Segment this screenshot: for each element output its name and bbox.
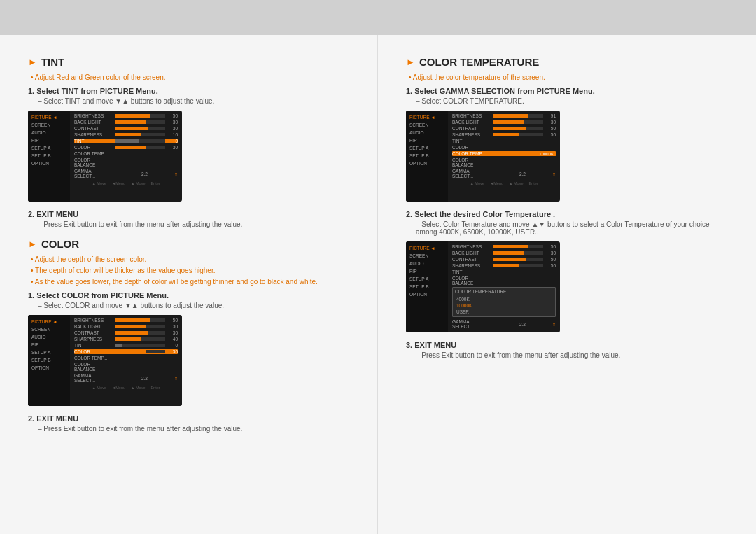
page-left: ► TINT • Adjust Red and Green color of t… xyxy=(0,35,378,534)
tv-footer: ▲ Move ◄Menu ▲ Move Enter xyxy=(74,181,178,185)
tv-sidebar-setupb: SETUP B xyxy=(28,152,70,160)
colortemp-step2-label: 2. Select the desired Color Temperature … xyxy=(406,210,728,218)
color-exit-sub: Press Exit button to exit from the menu … xyxy=(28,425,349,433)
tint-step1-label: 1. Select TINT from PICTURE Menu. xyxy=(28,87,349,95)
tint-section: ► TINT • Adjust Red and Green color of t… xyxy=(28,56,349,228)
tint-title: ► TINT xyxy=(28,56,349,68)
color-tv-menu: PICTURE ◄ SCREEN AUDIO PIP SETUP A SETUP… xyxy=(28,315,182,406)
colortemp-step2-sub: Select Color Temerature and move ▲▼ butt… xyxy=(406,220,728,236)
color-bullet1: • Adjust the depth of the screen color. xyxy=(28,255,349,263)
top-bar xyxy=(0,0,756,35)
colortemp-tv-content1: BRIGHTNESS 91 BACK LIGHT 30 CONTRAST 50 xyxy=(448,111,560,202)
colortemp-title: ► COLOR TEMPERATURE xyxy=(406,56,728,68)
tv-row-sharpness: SHARPNESS 10 xyxy=(74,132,178,137)
tv-row-colortemp: COLOR TEMP... xyxy=(74,151,178,156)
color-bullet2: • The depth of color will be thicker as … xyxy=(28,267,349,274)
colortemp-tv-menu2: PICTURE ◄ SCREEN AUDIO PIP SETUP A SETUP… xyxy=(406,241,560,332)
colortemp-tv-footer1: ▲ Move ◄Menu ▲ Move Enter xyxy=(452,181,556,185)
colortemp-exit-label: 3. EXIT MENU xyxy=(406,341,728,349)
tint-exit-label: 2. EXIT MENU xyxy=(28,210,349,218)
colortemp-dropdown: COLOR TEMPERATURE 4000K 10000K USER xyxy=(452,287,556,317)
tv-sidebar-setupa: SETUP A xyxy=(28,144,70,152)
color-title: ► COLOR xyxy=(28,238,349,250)
tint-tv-content: BRIGHTNESS 50 BACK LIGHT 30 CONTRAST 30 xyxy=(70,111,182,202)
color-tv-sidebar: PICTURE ◄ SCREEN AUDIO PIP SETUP A SETUP… xyxy=(28,315,70,406)
color-exit-label: 2. EXIT MENU xyxy=(28,414,349,423)
color-step1-sub: Select COLOR and move ▼▲ buttons to adju… xyxy=(28,302,349,309)
colortemp-step1-label: 1. Select GAMMA SELECTION from PICTURE M… xyxy=(406,87,728,95)
tv-row-contrast: CONTRAST 30 xyxy=(74,126,178,131)
colortemp-tv-sidebar2: PICTURE ◄ SCREEN AUDIO PIP SETUP A SETUP… xyxy=(406,241,448,332)
color-tv-content: BRIGHTNESS 50 BACK LIGHT 30 CONTRAST 30 xyxy=(70,315,182,406)
tv-row-colorbalance: COLOR BALANCE xyxy=(74,157,178,167)
tv-row-brightness: BRIGHTNESS 50 xyxy=(74,113,178,118)
tv-row-tint-hl: TINT 0 xyxy=(74,139,178,143)
colortemp-tv-footer2: ▲ Move ◄Menu ▲ Move Enter xyxy=(452,332,556,332)
tv-sidebar-screen: SCREEN xyxy=(28,121,70,129)
tint-tv-menu: PICTURE ◄ SCREEN AUDIO PIP SETUP A SETUP… xyxy=(28,111,182,202)
color-tv-footer: ▲ Move ◄Menu ▲ Move Enter xyxy=(74,386,178,390)
color-section: ► COLOR • Adjust the depth of the screen… xyxy=(28,238,349,433)
colortemp-bullet: • Adjust the color temperature of the sc… xyxy=(406,73,728,81)
colortemp-tv-sidebar1: PICTURE ◄ SCREEN AUDIO PIP SETUP A SETUP… xyxy=(406,111,448,202)
tv-sidebar-audio: AUDIO xyxy=(28,129,70,136)
colortemp-step1-sub: Select COLOR TEMPERATURE. xyxy=(406,97,728,105)
tv-sidebar-picture: PICTURE ◄ xyxy=(28,113,70,121)
color-bullet3: • As the value goes lower, the depth of … xyxy=(28,278,349,286)
colortemp-section: ► COLOR TEMPERATURE • Adjust the color t… xyxy=(406,56,728,359)
tv-row-color: COLOR 30 xyxy=(74,145,178,150)
tv-row-backlight: BACK LIGHT 30 xyxy=(74,120,178,125)
colortemp-arrow-icon: ► xyxy=(406,57,415,67)
tv-sidebar-picture2: PICTURE ◄ xyxy=(28,318,70,325)
tint-exit-sub: Press Exit button to exit from the menu … xyxy=(28,220,349,228)
colortemp-tv-content2: BRIGHTNESS 50 BACK LIGHT 30 CONTRAST 50 xyxy=(448,241,560,332)
tint-arrow-icon: ► xyxy=(28,57,37,67)
colortemp-tv-menu1: PICTURE ◄ SCREEN AUDIO PIP SETUP A SETUP… xyxy=(406,111,560,202)
page-right: ► COLOR TEMPERATURE • Adjust the color t… xyxy=(378,35,756,534)
tint-bullet: • Adjust Red and Green color of the scre… xyxy=(28,73,349,81)
color-arrow-icon: ► xyxy=(28,239,37,249)
color-step1-label: 1. Select COLOR from PICTURE Menu. xyxy=(28,291,349,300)
tint-step1-sub: Select TINT and move ▼▲ buttons to adjus… xyxy=(28,97,349,105)
colortemp-exit-sub: Press Exit button to exit from the menu … xyxy=(406,351,728,359)
tv-sidebar-option: OPTION xyxy=(28,160,70,167)
tv-sidebar-pip: PIP xyxy=(28,136,70,144)
tint-tv-sidebar: PICTURE ◄ SCREEN AUDIO PIP SETUP A SETUP… xyxy=(28,111,70,202)
tv-row-gamma: GAMMA SELECT... 2.2 ⬆ xyxy=(74,169,178,178)
